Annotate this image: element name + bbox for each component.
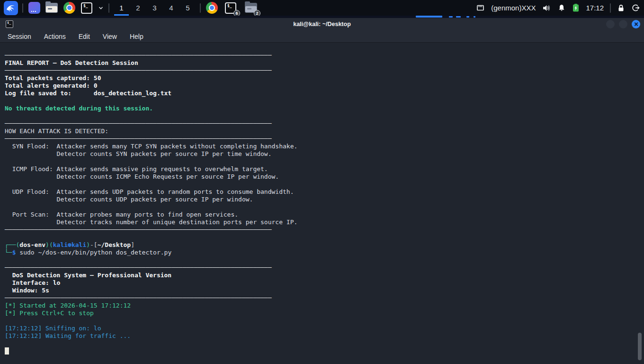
- purple-app-icon: [28, 2, 40, 14]
- terminal-line: Total alerts generated: 0: [5, 82, 639, 90]
- terminal-line: Detector tracks number of unique destina…: [5, 218, 639, 226]
- kali-menu-button[interactable]: [4, 1, 18, 15]
- terminal-line: DoS Detection System — Professional Vers…: [5, 272, 639, 279]
- terminal-line: [5, 340, 639, 347]
- terminal-line: [*] Started at 2026-04-15 17:12:12: [5, 302, 639, 309]
- panel-tray: (genmon)XXX: [476, 3, 640, 13]
- terminal-line: Detector counts ICMP Echo Requests per s…: [5, 173, 639, 181]
- menu-edit[interactable]: Edit: [79, 33, 90, 40]
- terminal-line: [17:12:12] Waiting for traffic ...: [5, 332, 639, 340]
- volume-icon: [542, 3, 551, 13]
- terminal-line: [5, 97, 639, 105]
- clock[interactable]: 17:12: [586, 4, 604, 12]
- taskbar-chrome[interactable]: [205, 1, 218, 15]
- minimize-button[interactable]: [606, 20, 615, 28]
- launcher-terminal[interactable]: [80, 1, 93, 15]
- terminal-line: UDP Flood: Attacker sends UDP packets to…: [5, 188, 639, 196]
- launcher-chrome[interactable]: [63, 1, 76, 15]
- terminal-line: Window: 5s: [5, 287, 639, 294]
- close-button[interactable]: [632, 20, 640, 28]
- panel-separator: [610, 3, 611, 13]
- terminal-line: [*] Press Ctrl+C to stop: [5, 309, 639, 317]
- terminal-line: ────────────────────────────────────────…: [5, 294, 639, 302]
- top-panel: 1 2 3 4 5 6 2 (genmon)XXX: [0, 0, 644, 16]
- terminal-line: ────────────────────────────────────────…: [5, 52, 639, 59]
- network-tray-button[interactable]: [476, 3, 485, 12]
- terminal-line: [5, 112, 639, 120]
- terminal-window-icon: [6, 20, 13, 28]
- kali-dragon-icon: [6, 3, 16, 13]
- volume-tray-button[interactable]: [542, 3, 551, 13]
- terminal-line: HOW EACH ATTACK IS DETECTED:: [5, 127, 639, 135]
- terminal-line: Detector counts UDP packets per source I…: [5, 196, 639, 203]
- menu-actions[interactable]: Actions: [44, 33, 66, 40]
- window-controls: [606, 20, 640, 28]
- terminal-output[interactable]: ────────────────────────────────────────…: [0, 43, 644, 364]
- terminal-window: kali@kali: ~/Desktop Session Actions Edi…: [0, 18, 644, 364]
- menu-session[interactable]: Session: [8, 33, 31, 40]
- workspace-3[interactable]: 3: [147, 0, 162, 16]
- terminal-line: ┌──(dos-env)(kali⊛kali)-[~/Desktop]: [5, 241, 639, 249]
- menu-bar: Session Actions Edit View Help: [0, 30, 644, 43]
- lock-icon: [617, 4, 625, 12]
- workspace-5[interactable]: 5: [180, 0, 196, 16]
- terminal-line: Detector counts SYN packets per source I…: [5, 150, 639, 158]
- workspace-1[interactable]: 1: [114, 0, 129, 16]
- workspace-4[interactable]: 4: [163, 0, 179, 16]
- network-icon: [476, 3, 485, 12]
- folder-icon: [45, 3, 58, 13]
- terminal-line: ────────────────────────────────────────…: [5, 135, 639, 143]
- terminal-line: FINAL REPORT — DoS Detection Session: [5, 59, 639, 67]
- terminal-line: [5, 234, 639, 241]
- chevron-down-icon: [98, 5, 104, 11]
- launcher-dropdown-chevron[interactable]: [98, 5, 104, 11]
- terminal-line: └─$ sudo ~/dos-env/bin/python dos_detect…: [5, 249, 639, 256]
- workspace-2[interactable]: 2: [130, 0, 146, 16]
- chrome-icon: [206, 2, 218, 14]
- logout-button[interactable]: [631, 3, 640, 12]
- genmon-label: (genmon)XXX: [491, 4, 536, 12]
- terminal-line: Port Scan: Attacker probes many ports to…: [5, 211, 639, 218]
- terminal-line: [17:12:12] Sniffing on: lo: [5, 325, 639, 332]
- terminal-cursor: [5, 347, 9, 355]
- terminal-line: Log file saved to: dos_detection_log.txt: [5, 90, 639, 97]
- terminal-line: No threats detected during this session.: [5, 105, 639, 112]
- terminal-line: ────────────────────────────────────────…: [5, 264, 639, 272]
- scrollbar-thumb[interactable]: [638, 333, 642, 360]
- panel-separator: [108, 3, 109, 13]
- panel-separator: [22, 3, 23, 13]
- launcher-file-manager[interactable]: [45, 1, 58, 15]
- terminal-line: ────────────────────────────────────────…: [5, 226, 639, 234]
- taskbar-files[interactable]: 2: [244, 1, 258, 15]
- chrome-icon: [63, 2, 75, 14]
- screen-lock-button[interactable]: [617, 4, 625, 12]
- panel-separator: [200, 3, 201, 13]
- terminal-line: [5, 203, 639, 211]
- terminal-line: Interface: lo: [5, 279, 639, 287]
- notifications-tray-button[interactable]: [557, 4, 566, 12]
- battery-tray-button[interactable]: [572, 3, 580, 12]
- terminal-line: ICMP Flood: Attacker sends massive ping …: [5, 165, 639, 173]
- window-title: kali@kali: ~/Desktop: [293, 21, 351, 27]
- taskbar-terminal[interactable]: 6: [224, 1, 237, 15]
- terminal-line: Total packets captured: 50: [5, 74, 639, 82]
- menu-view[interactable]: View: [103, 33, 117, 40]
- terminal-icon: [81, 2, 92, 14]
- bell-icon: [557, 4, 566, 12]
- terminal-line: ────────────────────────────────────────…: [5, 120, 639, 127]
- menu-help[interactable]: Help: [130, 33, 143, 40]
- terminal-line: [5, 158, 639, 165]
- terminal-line: [5, 347, 639, 355]
- terminal-line: [5, 181, 639, 188]
- launcher-desktop-app[interactable]: [27, 1, 41, 15]
- workspace-switcher: 1 2 3 4 5: [114, 0, 196, 16]
- title-bar[interactable]: kali@kali: ~/Desktop: [0, 18, 644, 30]
- logout-icon: [631, 3, 640, 12]
- terminal-line: ────────────────────────────────────────…: [5, 67, 639, 74]
- terminal-lines: ────────────────────────────────────────…: [5, 52, 639, 355]
- terminal-line: [5, 256, 639, 264]
- maximize-button[interactable]: [619, 20, 627, 28]
- terminal-line: [5, 317, 639, 325]
- terminal-line: SYN Flood: Attacker sends many TCP SYN p…: [5, 143, 639, 150]
- battery-icon: [572, 3, 580, 12]
